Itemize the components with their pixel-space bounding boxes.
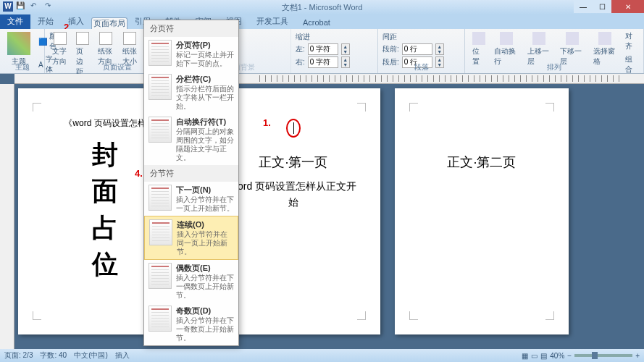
continuous-icon — [149, 219, 172, 245]
vertical-ruler[interactable] — [0, 84, 14, 349]
page2-body: word 页码设置怎样从正文开始 — [228, 178, 359, 211]
size-icon — [123, 32, 136, 45]
annotation-1: 1. — [263, 117, 271, 128]
spacing-before-label: 段前: — [382, 44, 399, 54]
dropdown-section-section-breaks: 分节符 — [144, 165, 238, 182]
page2-heading: 正文·第一页 — [228, 153, 359, 171]
status-page[interactable]: 页面: 2/3 — [4, 350, 33, 361]
maximize-button[interactable]: ☐ — [593, 0, 611, 13]
even-page-icon — [149, 263, 172, 289]
tab-page-layout[interactable]: 页面布局 — [91, 17, 127, 29]
quick-access-toolbar: 💾 ↶ ↷ — [16, 1, 55, 12]
redo-icon[interactable]: ↷ — [45, 1, 55, 12]
align-button[interactable]: 对齐 — [623, 30, 639, 52]
minimize-button[interactable]: — — [574, 0, 593, 13]
annotation-4: 4. — [135, 168, 143, 179]
odd-page-icon — [149, 306, 172, 332]
margins-icon — [76, 32, 89, 45]
breaks-dropdown: 分页符 分页符(P)标记一页终止并开始下一页的点。 分栏符(C)指示分栏符后面的… — [143, 20, 239, 346]
menu-odd-page[interactable]: 奇数页(D)插入分节符并在下一奇数页上开始新节。 — [144, 303, 238, 345]
ribbon-tabs: 文件 开始 插入 页面布局 引用 邮件 审阅 视图 开发工具 Acrobat — [0, 14, 644, 29]
group-themes-label: 主题 — [0, 62, 44, 72]
position-icon — [472, 32, 485, 45]
undo-icon[interactable]: ↶ — [30, 1, 41, 12]
menu-next-page[interactable]: 下一页(N)插入分节符并在下一页上开始新节。 — [144, 182, 238, 216]
title-bar: W 💾 ↶ ↷ 文档1 - Microsoft Word — ☐ ✕ — [0, 0, 644, 14]
spacing-before-input[interactable] — [402, 43, 432, 55]
ribbon: 主题 🟦颜色 A字体 ◐效果 主题 文字方向 页边距 纸张方向 纸张大小 分栏 … — [0, 29, 644, 74]
orientation-icon — [99, 32, 112, 45]
text-direction-icon — [54, 32, 67, 45]
document-workspace: 《word 页码设置怎样 封 面 占 位 1. 正文·第一页 word 页码设置… — [0, 74, 644, 349]
view-reading-icon[interactable]: ▭ — [531, 352, 538, 360]
page-break-icon — [149, 40, 172, 66]
column-break-icon — [149, 74, 172, 100]
tab-start[interactable]: 开始 — [30, 14, 61, 29]
wrap-icon — [500, 32, 513, 45]
selection-icon — [598, 32, 611, 45]
indent-label: 缩进 — [296, 32, 373, 42]
close-button[interactable]: ✕ — [611, 0, 644, 13]
tab-acrobat[interactable]: Acrobat — [296, 16, 338, 29]
menu-text-wrapping-break[interactable]: 自动换行符(T)分隔网页上的对象周围的文字，如分隔题注文字与正文。 — [144, 114, 238, 165]
indent-right-label: 右: — [296, 57, 305, 67]
indent-left-label: 左: — [296, 44, 305, 54]
view-print-layout-icon[interactable]: ▦ — [522, 352, 528, 360]
status-language[interactable]: 中文(中国) — [74, 350, 108, 361]
dropdown-section-page-breaks: 分页符 — [144, 20, 238, 37]
menu-continuous[interactable]: 连续(O)插入分节符并在同一页上开始新节。 — [144, 216, 238, 260]
text-wrap-icon — [149, 117, 172, 143]
next-page-icon — [149, 185, 172, 211]
spinner-arrows[interactable]: ▲▼ — [341, 56, 350, 68]
app-icon: W — [3, 1, 13, 12]
spinner-arrows[interactable]: ▲▼ — [341, 43, 350, 55]
status-words[interactable]: 字数: 40 — [40, 350, 67, 361]
tab-file[interactable]: 文件 — [0, 14, 30, 29]
spinner-arrows[interactable]: ▲▼ — [435, 43, 444, 55]
page3-heading: 正文·第二页 — [417, 153, 547, 171]
tab-developer[interactable]: 开发工具 — [249, 14, 296, 29]
status-bar: 页面: 2/3 字数: 40 中文(中国) 插入 ▦ ▭ ▤ 40% − + — [0, 349, 644, 362]
indent-left-input[interactable] — [308, 43, 338, 55]
spacing-label: 间距 — [382, 32, 460, 42]
text-cursor-highlight — [286, 119, 301, 138]
view-web-icon[interactable]: ▤ — [540, 352, 547, 360]
zoom-slider[interactable] — [574, 354, 632, 357]
group-paragraph-label: 段落 — [378, 62, 464, 72]
page-3[interactable]: 正文·第二页 — [395, 88, 569, 334]
zoom-level[interactable]: 40% — [550, 352, 564, 360]
menu-column-break[interactable]: 分栏符(C)指示分栏符后面的文字将从下一栏开始。 — [144, 71, 238, 114]
forward-icon — [532, 32, 545, 45]
window-title: 文档1 - Microsoft Word — [282, 2, 363, 13]
menu-even-page[interactable]: 偶数页(E)插入分节符并在下一偶数页上开始新节。 — [144, 260, 238, 303]
themes-icon — [7, 32, 30, 55]
zoom-out-button[interactable]: − — [567, 352, 572, 360]
group-arrange-label: 排列 — [465, 62, 643, 72]
status-mode[interactable]: 插入 — [115, 350, 130, 361]
zoom-in-button[interactable]: + — [635, 352, 640, 360]
menu-page-break[interactable]: 分页符(P)标记一页终止并开始下一页的点。 — [144, 37, 238, 71]
save-icon[interactable]: 💾 — [16, 1, 26, 12]
backward-icon — [566, 32, 579, 45]
horizontal-ruler[interactable] — [14, 74, 644, 84]
indent-right-input[interactable] — [308, 56, 338, 68]
